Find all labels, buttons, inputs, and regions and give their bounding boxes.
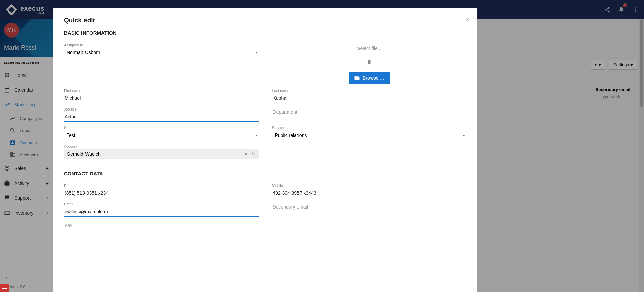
phone-input[interactable] <box>64 188 259 198</box>
modal-close-button[interactable]: × <box>466 16 469 23</box>
account-field[interactable]: Gerhold-Waelchi ✕ <box>64 149 259 159</box>
fax-input[interactable] <box>64 221 259 230</box>
source-value: Public relations <box>275 132 307 138</box>
last-name-label: Last name <box>272 89 467 93</box>
job-title-input[interactable] <box>64 112 259 122</box>
status-select[interactable]: Test ▾ <box>64 130 259 140</box>
email-input[interactable] <box>64 207 259 217</box>
status-value: Test <box>67 132 75 138</box>
quick-edit-modal: × Quick edit BASIC INFORMATION Assigned … <box>53 8 477 292</box>
assigned-to-select[interactable]: Norman Osborn ▾ <box>64 48 259 57</box>
caret-down-icon: ▾ <box>255 50 257 55</box>
phone-label: Phone <box>64 184 259 188</box>
assigned-to-value: Norman Osborn <box>67 50 100 55</box>
last-name-input[interactable] <box>272 93 467 103</box>
account-clear-button[interactable]: ✕ <box>244 151 248 157</box>
first-name-label: First name <box>64 89 259 93</box>
first-name-input[interactable] <box>64 93 259 103</box>
file-select-input[interactable]: Select file... <box>357 43 381 54</box>
folder-open-icon <box>354 75 360 81</box>
modal-title: Quick edit <box>64 17 467 24</box>
email-label: Email <box>64 202 259 206</box>
section-contact-data: CONTACT DATA <box>64 171 467 179</box>
trash-icon <box>367 59 372 65</box>
search-icon <box>251 151 256 156</box>
assigned-to-label: Assigned to <box>64 43 259 47</box>
source-select[interactable]: Public relations ▾ <box>272 130 467 140</box>
mobile-label: Mobile <box>272 184 467 188</box>
account-value: Gerhold-Waelchi <box>67 151 242 157</box>
browse-label: Browse … <box>363 75 385 81</box>
caret-down-icon: ▾ <box>463 133 465 138</box>
browse-button[interactable]: Browse … <box>349 72 390 84</box>
department-input[interactable] <box>272 107 467 117</box>
account-label: Account <box>64 144 259 148</box>
caret-down-icon: ▾ <box>255 133 257 138</box>
debug-toggle[interactable] <box>0 284 9 292</box>
section-basic-info: BASIC INFORMATION <box>64 30 467 39</box>
status-label: Status <box>64 126 259 130</box>
source-label: Source <box>272 126 467 130</box>
account-search-button[interactable] <box>251 151 256 157</box>
job-title-label: Job title <box>64 107 259 111</box>
mobile-input[interactable] <box>272 188 467 198</box>
file-delete-button[interactable] <box>367 59 372 66</box>
secondary-email-input[interactable] <box>272 202 467 212</box>
